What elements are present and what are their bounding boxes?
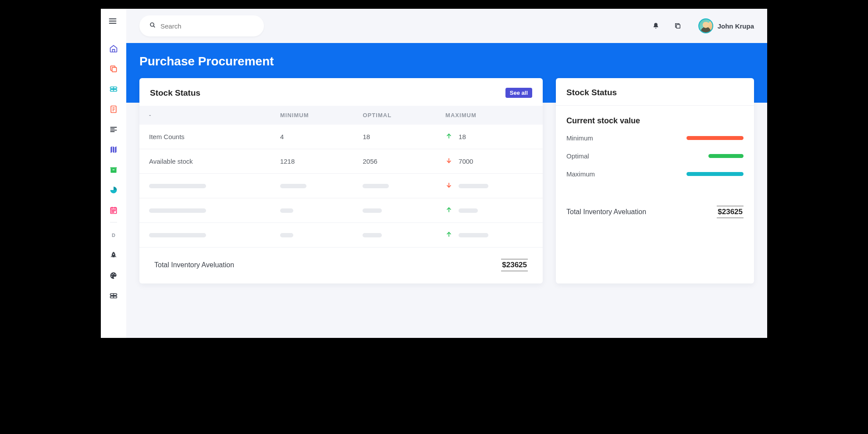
svg-point-28 <box>113 254 114 255</box>
main: John Krupa Purchase Procurement Stock St… <box>126 9 767 338</box>
skeleton <box>363 208 382 213</box>
row-opt: 2056 <box>353 149 436 174</box>
col-maximum: MAXIMUM <box>436 106 543 125</box>
table-header-row: - MINIMUM OPTIMAL MAXIMUM <box>139 106 543 125</box>
row-label: Item Counts <box>139 125 270 149</box>
footer-label: Total Inventory Aveluation <box>566 208 646 216</box>
nav-doc[interactable] <box>101 99 126 119</box>
nav-pill-alt[interactable] <box>101 286 126 306</box>
nav-palette[interactable] <box>101 265 126 286</box>
legend-row-opt: Optimal <box>566 152 743 160</box>
skeleton <box>149 233 206 237</box>
arrow-up-icon <box>445 133 452 141</box>
svg-point-31 <box>114 274 115 275</box>
arrow-down-icon <box>445 182 452 190</box>
row-max: 18 <box>459 133 466 140</box>
legend-row-min: Minimum <box>566 134 743 142</box>
stock-table: - MINIMUM OPTIMAL MAXIMUM Item Counts 4 … <box>139 106 543 247</box>
legend-row-max: Maximum <box>566 170 743 178</box>
search-icon <box>149 22 160 30</box>
skeleton <box>280 208 293 213</box>
search-box[interactable] <box>139 15 264 36</box>
svg-point-29 <box>112 274 113 275</box>
svg-line-38 <box>153 26 155 27</box>
row-min: 1218 <box>270 149 353 174</box>
app-viewport: D Joh <box>101 9 767 338</box>
stock-status-card: Stock Status See all - MINIMUM OPTIMAL M… <box>139 78 543 283</box>
arrow-down-icon <box>445 157 452 165</box>
skeleton <box>363 184 389 188</box>
table-row-placeholder <box>139 223 543 247</box>
user-menu[interactable]: John Krupa <box>698 18 754 33</box>
sidebar-divider <box>110 222 117 222</box>
svg-rect-39 <box>676 25 680 28</box>
footer-value: $23625 <box>717 206 743 218</box>
legend-label: Optimal <box>566 152 589 160</box>
skeleton <box>459 184 488 188</box>
svg-rect-17 <box>110 167 117 169</box>
svg-point-27 <box>113 212 114 212</box>
arrow-up-icon <box>445 206 452 215</box>
menu-toggle-icon[interactable] <box>108 17 119 27</box>
col-name: - <box>139 106 270 125</box>
bar-opt <box>708 154 743 158</box>
row-max-cell: 7000 <box>436 149 543 174</box>
nav-align[interactable] <box>101 119 126 140</box>
skeleton <box>280 233 293 237</box>
copy-icon[interactable] <box>670 18 685 33</box>
nav-calendar[interactable] <box>101 200 126 220</box>
row-max: 7000 <box>459 158 473 165</box>
see-all-button[interactable]: See all <box>505 88 532 98</box>
svg-point-30 <box>113 273 114 274</box>
stock-value-card: Stock Status Current stock value Minimum… <box>556 78 754 283</box>
col-minimum: MINIMUM <box>270 106 353 125</box>
nav-chart[interactable] <box>101 180 126 200</box>
svg-rect-16 <box>110 169 116 173</box>
nav-copy[interactable] <box>101 59 126 79</box>
arrow-up-icon <box>445 231 452 239</box>
col-optimal: OPTIMAL <box>353 106 436 125</box>
row-min: 4 <box>270 125 353 149</box>
nav-map[interactable] <box>101 140 126 160</box>
card-title: Stock Status <box>566 88 617 97</box>
svg-point-25 <box>115 210 116 211</box>
card-header: Stock Status See all <box>139 78 543 106</box>
svg-rect-3 <box>112 68 117 72</box>
footer-label: Total Inventory Aveluation <box>154 261 234 269</box>
row-max-cell: 18 <box>436 125 543 149</box>
skeleton <box>149 208 206 213</box>
table-row: Available stock 1218 2056 7000 <box>139 149 543 174</box>
table-row: Item Counts 4 18 18 <box>139 125 543 149</box>
search-input[interactable] <box>160 22 254 30</box>
skeleton <box>363 233 382 237</box>
nav-archive[interactable] <box>101 160 126 180</box>
svg-point-32 <box>111 276 112 277</box>
svg-point-26 <box>112 212 113 212</box>
table-row-placeholder <box>139 198 543 223</box>
skeleton <box>280 184 306 188</box>
bar-min <box>687 136 743 140</box>
avatar <box>698 18 713 33</box>
skeleton <box>459 233 488 237</box>
card-header: Stock Status <box>556 78 754 105</box>
bell-icon[interactable] <box>648 18 663 33</box>
svg-point-37 <box>150 23 154 26</box>
card-title: Stock Status <box>150 88 200 98</box>
card-footer: Total Inventory Aveluation $23625 <box>139 247 543 283</box>
skeleton <box>459 208 478 213</box>
nav-home[interactable] <box>101 39 126 59</box>
section-title: Current stock value <box>566 116 743 126</box>
topbar: John Krupa <box>126 9 767 43</box>
skeleton <box>149 184 206 188</box>
row-opt: 18 <box>353 125 436 149</box>
row-label: Available stock <box>139 149 270 174</box>
cards-row: Stock Status See all - MINIMUM OPTIMAL M… <box>126 78 767 283</box>
nav-rocket[interactable] <box>101 245 126 265</box>
sidebar: D <box>101 9 126 338</box>
nav-letter-d[interactable]: D <box>101 225 126 245</box>
svg-point-23 <box>112 210 113 211</box>
username: John Krupa <box>718 22 754 30</box>
page-title: Purchase Procurement <box>139 54 754 68</box>
svg-rect-18 <box>113 169 115 170</box>
nav-pill[interactable] <box>101 79 126 99</box>
